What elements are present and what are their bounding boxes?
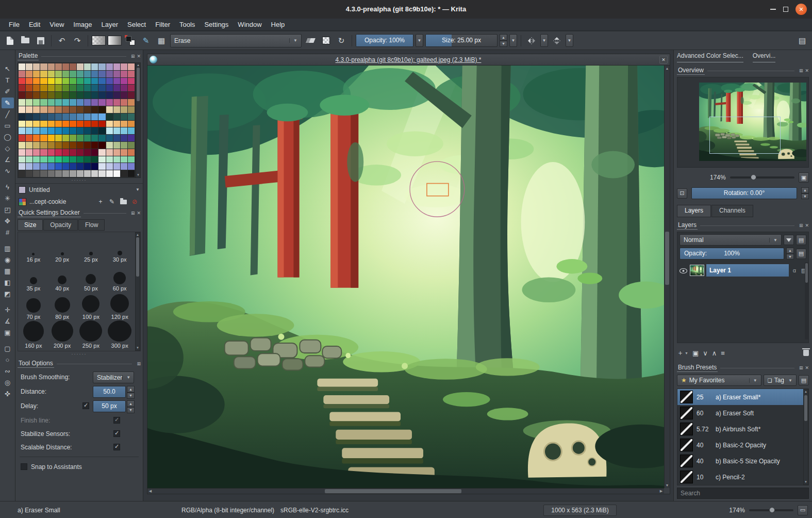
- palette-swatch[interactable]: [113, 106, 120, 113]
- menu-item-file[interactable]: File: [4, 19, 24, 31]
- palette-swatch[interactable]: [77, 163, 84, 170]
- brush-preset-row[interactable]: 60a) Eraser Soft: [677, 405, 803, 421]
- spin-down-icon[interactable]: ▼: [500, 41, 507, 47]
- brush-size-option[interactable]: 20 px: [48, 234, 77, 263]
- palette-swatch[interactable]: [70, 121, 76, 127]
- palette-swatch[interactable]: [98, 163, 105, 170]
- palette-swatch[interactable]: [91, 71, 98, 77]
- document-close-button[interactable]: ✕: [659, 56, 668, 64]
- palette-swatch[interactable]: [48, 121, 55, 127]
- float-docker-icon[interactable]: ⊞: [131, 211, 135, 216]
- brush-editor-button[interactable]: ✎: [139, 34, 153, 47]
- palette-swatch[interactable]: [26, 156, 32, 163]
- brush-size-option[interactable]: 80 px: [48, 292, 77, 320]
- brush-size-option[interactable]: 50 px: [77, 263, 106, 292]
- palette-swatch[interactable]: [121, 127, 127, 134]
- palette-swatch[interactable]: [55, 106, 62, 113]
- palette-swatch[interactable]: [77, 149, 84, 156]
- rotation-spinner[interactable]: ▲▼: [801, 187, 809, 199]
- palette-swatch[interactable]: [33, 85, 40, 91]
- palette-swatch[interactable]: [26, 163, 32, 170]
- palette-swatch[interactable]: [19, 156, 25, 163]
- palette-swatch[interactable]: [128, 99, 135, 106]
- palette-swatch[interactable]: [106, 135, 113, 141]
- palette-swatch[interactable]: [62, 163, 69, 170]
- layer-properties-button[interactable]: ≡: [721, 349, 725, 357]
- overview-viewport-rect[interactable]: [709, 117, 781, 154]
- size-slider[interactable]: Size: 25.00 px: [425, 34, 498, 47]
- palette-swatch[interactable]: [70, 78, 76, 85]
- palette-swatch[interactable]: [48, 114, 55, 120]
- palette-swatch[interactable]: [33, 156, 40, 163]
- palette-swatch[interactable]: [19, 127, 25, 134]
- palette-swatch[interactable]: [19, 114, 25, 120]
- palette-swatch[interactable]: [19, 142, 25, 149]
- palette-swatch[interactable]: [70, 106, 76, 113]
- distance-spinner[interactable]: ▲▼: [127, 386, 135, 399]
- size-spinner[interactable]: ▲▼: [500, 34, 507, 47]
- redo-button[interactable]: ↷: [71, 34, 84, 47]
- palette-swatch[interactable]: [128, 106, 135, 113]
- canvas-vertical-scrollbar[interactable]: ▲ ▼: [664, 66, 670, 488]
- brush-size-option[interactable]: 120 px: [105, 292, 134, 320]
- move-layer-up-button[interactable]: ∧: [712, 349, 717, 357]
- palette-scrollbar[interactable]: ▲ ▼: [136, 62, 141, 178]
- palette-swatch[interactable]: [26, 127, 32, 134]
- palette-swatch[interactable]: [26, 149, 32, 156]
- palette-swatch[interactable]: [40, 127, 47, 134]
- palette-swatch[interactable]: [55, 85, 62, 91]
- palette-swatch[interactable]: [113, 170, 120, 177]
- palette-swatch[interactable]: [84, 156, 91, 163]
- finish-line-checkbox[interactable]: [113, 417, 120, 424]
- palette-swatch[interactable]: [84, 149, 91, 156]
- brush-preset-row[interactable]: 40b) Basic-2 Opacity: [677, 437, 803, 453]
- tab-flow[interactable]: Flow: [78, 219, 105, 231]
- stabilize-sensors-checkbox[interactable]: [113, 430, 120, 437]
- palette-swatch[interactable]: [113, 156, 120, 163]
- palette-swatch[interactable]: [106, 78, 113, 85]
- palette-swatch[interactable]: [70, 114, 76, 120]
- brush-preset-row[interactable]: 25a) Eraser Small*: [677, 389, 803, 405]
- palette-swatch[interactable]: [62, 149, 69, 156]
- palette-swatch[interactable]: [98, 149, 105, 156]
- palette-swatch[interactable]: [26, 142, 32, 149]
- menu-item-select[interactable]: Select: [123, 19, 151, 31]
- palette-swatch[interactable]: [121, 106, 127, 113]
- palette-swatch[interactable]: [106, 99, 113, 106]
- palette-swatch[interactable]: [19, 99, 25, 106]
- reload-preset-button[interactable]: ↻: [335, 34, 348, 47]
- palette-swatch[interactable]: [55, 156, 62, 163]
- palette-swatch[interactable]: [121, 114, 127, 120]
- tool-ellipse[interactable]: ◯: [2, 132, 14, 142]
- float-docker-icon[interactable]: ⊞: [131, 54, 135, 59]
- palette-swatch[interactable]: [70, 71, 76, 77]
- palette-swatch[interactable]: [55, 99, 62, 106]
- palette-swatch[interactable]: [48, 99, 55, 106]
- layers-scrollbar[interactable]: [805, 262, 808, 339]
- palette-swatch[interactable]: [40, 85, 47, 91]
- palette-swatch[interactable]: [55, 170, 62, 177]
- tool-text[interactable]: T: [2, 75, 14, 86]
- palette-swatch[interactable]: [121, 156, 127, 163]
- fit-page-button[interactable]: ▣: [799, 172, 809, 183]
- palette-swatch[interactable]: [84, 71, 91, 77]
- tool-freehand-select[interactable]: ∾: [2, 366, 14, 377]
- palette-swatch[interactable]: [77, 85, 84, 91]
- tool-line[interactable]: ╱: [2, 109, 14, 120]
- palette-swatch[interactable]: [70, 149, 76, 156]
- palette-swatch[interactable]: [48, 85, 55, 91]
- palette-swatch[interactable]: [77, 121, 84, 127]
- palette-swatch[interactable]: [121, 170, 127, 177]
- palette-swatch[interactable]: [84, 106, 91, 113]
- palette-swatch[interactable]: [113, 114, 120, 120]
- brush-size-option[interactable]: 100 px: [77, 292, 106, 320]
- preset-search-input[interactable]: [677, 488, 809, 499]
- presets-scrollbar[interactable]: ▲ ▼: [803, 389, 808, 485]
- float-docker-icon[interactable]: ⊞: [799, 68, 803, 73]
- palette-swatch[interactable]: [62, 92, 69, 99]
- palette-swatch[interactable]: [77, 142, 84, 149]
- layer-options-button[interactable]: ▤: [796, 249, 806, 259]
- palette-swatch[interactable]: [33, 163, 40, 170]
- palette-swatch[interactable]: [77, 127, 84, 134]
- palette-swatch[interactable]: [128, 149, 135, 156]
